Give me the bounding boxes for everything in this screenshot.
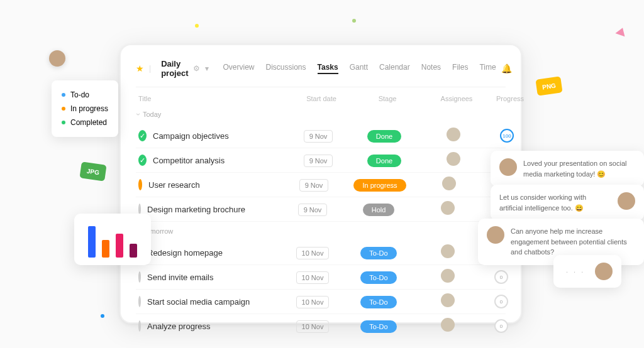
col-assign[interactable]: Assignees (425, 95, 488, 102)
status-circle-icon[interactable]: ✓ (138, 130, 147, 141)
floating-avatar (49, 50, 65, 67)
divider: | (149, 64, 151, 73)
tab-files[interactable]: Files (452, 63, 468, 74)
comment-text: Loved your presentation on social media … (523, 158, 635, 179)
bell-icon[interactable]: 🔔 (501, 63, 512, 73)
progress-badge: 100 (500, 129, 514, 143)
confetti (195, 24, 199, 28)
date-pill[interactable]: 9 Nov (304, 130, 333, 143)
date-pill[interactable]: 9 Nov (299, 179, 329, 192)
task-title[interactable]: Analyze progress (147, 322, 284, 331)
chevron-down-icon[interactable]: ▾ (205, 64, 209, 73)
task-title[interactable]: User research (148, 180, 286, 190)
task-row[interactable]: Send invite emails10 NovTo-Do0 (136, 265, 506, 290)
tab-discussions[interactable]: Discussions (265, 63, 306, 74)
confetti (352, 19, 356, 23)
bar-chart-card (74, 214, 151, 265)
star-icon[interactable]: ★ (136, 63, 144, 73)
assignee-avatar[interactable] (447, 128, 460, 141)
legend-label: Completed (70, 116, 107, 129)
task-row[interactable]: Redesign homepage10 NovTo-Do0 (136, 241, 506, 265)
comment-avatar (487, 226, 504, 244)
assignee-avatar[interactable] (447, 152, 460, 166)
date-pill[interactable]: 10 Nov (296, 320, 330, 333)
assignee-avatar[interactable] (441, 318, 455, 332)
app-window: ★ | Daily project ⚙ ▾ OverviewDiscussion… (119, 44, 522, 324)
col-date[interactable]: Start date (293, 95, 350, 102)
task-row[interactable]: User research9 NovIn progress80 (136, 173, 506, 197)
task-title[interactable]: Campaign objectives (153, 131, 290, 141)
project-name[interactable]: Daily project (161, 59, 188, 78)
legend-dot-icon (62, 93, 65, 97)
col-title[interactable]: Title (136, 95, 293, 102)
task-title[interactable]: Send invite emails (147, 273, 284, 282)
assignee-avatar[interactable] (441, 269, 455, 283)
section-toggle[interactable]: Tomorrow (136, 222, 506, 241)
status-circle-icon[interactable] (138, 179, 142, 190)
date-pill[interactable]: 10 Nov (296, 271, 330, 284)
typing-dots-icon: . . . (562, 263, 589, 278)
progress-badge: 0 (494, 295, 508, 308)
task-title[interactable]: Design marketing brochure (147, 205, 284, 214)
col-prog[interactable]: Progress (488, 95, 532, 102)
assignee-avatar[interactable] (441, 201, 455, 215)
section-toggle[interactable]: Today (136, 105, 506, 124)
tab-notes[interactable]: Notes (421, 63, 441, 74)
date-pill[interactable]: 9 Nov (298, 204, 328, 216)
comment-avatar (618, 192, 635, 210)
stage-pill[interactable]: To-Do (360, 296, 396, 308)
bar (116, 234, 123, 258)
bar (88, 226, 96, 258)
bar (102, 240, 109, 258)
progress-badge: 0 (494, 319, 508, 333)
tab-gantt[interactable]: Gantt (350, 63, 368, 74)
stage-pill[interactable]: Done (367, 155, 401, 167)
jpg-chip: JPG (79, 161, 106, 181)
task-row[interactable]: Design marketing brochure9 NovHold70 (136, 197, 506, 222)
task-title[interactable]: Redesign homepage (147, 248, 284, 258)
task-row[interactable]: Analyze progress10 NovTo-Do0 (136, 314, 506, 339)
comment-bubble: . . . (553, 255, 621, 288)
stage-pill[interactable]: To-Do (360, 247, 396, 259)
task-title[interactable]: Start social media campaign (147, 297, 284, 307)
tab-tasks[interactable]: Tasks (318, 63, 338, 74)
assignee-avatar[interactable] (441, 293, 455, 307)
assignee-avatar[interactable] (442, 177, 456, 190)
comment-text: Let us consider working with artificial … (499, 192, 611, 213)
gear-icon[interactable]: ⚙ (193, 64, 200, 73)
comment-bubble: Let us consider working with artificial … (491, 185, 644, 220)
stage-pill[interactable]: In progress (353, 179, 406, 192)
status-circle-icon[interactable] (138, 320, 141, 332)
date-pill[interactable]: 10 Nov (296, 247, 330, 259)
bar (130, 244, 137, 258)
col-stage[interactable]: Stage (350, 95, 425, 102)
png-chip: PNG (535, 76, 562, 95)
stage-pill[interactable]: To-Do (360, 320, 396, 333)
confetti (101, 314, 104, 318)
legend-item: Completed (62, 116, 108, 129)
task-row[interactable]: ✓Campaign objectives9 NovDone100 (136, 124, 506, 148)
table-header: Title Start date Stage Assignees Progres… (136, 87, 506, 105)
stage-pill[interactable]: Hold (363, 204, 395, 216)
legend-label: In progress (70, 102, 108, 116)
task-row[interactable]: ✓Competitor analysis9 NovDone100 (136, 148, 506, 173)
assignee-avatar[interactable] (441, 244, 455, 258)
tab-calendar[interactable]: Calendar (379, 63, 410, 74)
task-title[interactable]: Competitor analysis (153, 156, 290, 165)
status-circle-icon[interactable] (138, 296, 141, 307)
status-circle-icon[interactable]: ✓ (138, 155, 147, 166)
tab-overview[interactable]: Overview (223, 63, 254, 74)
confetti (615, 26, 627, 37)
legend-item: To-do (62, 88, 108, 102)
task-row[interactable]: Start social media campaign10 NovTo-Do0 (136, 290, 506, 314)
stage-pill[interactable]: Done (367, 130, 401, 143)
comment-text: Can anyone help me increase engagement b… (511, 226, 635, 258)
stage-pill[interactable]: To-Do (360, 271, 396, 284)
tab-time[interactable]: Time (479, 63, 496, 74)
date-pill[interactable]: 10 Nov (296, 296, 330, 308)
date-pill[interactable]: 9 Nov (304, 155, 333, 167)
status-circle-icon[interactable] (138, 271, 141, 283)
task-list: Today✓Campaign objectives9 NovDone100✓Co… (136, 105, 506, 339)
legend-label: To-do (70, 88, 89, 102)
header: ★ | Daily project ⚙ ▾ OverviewDiscussion… (136, 59, 506, 87)
